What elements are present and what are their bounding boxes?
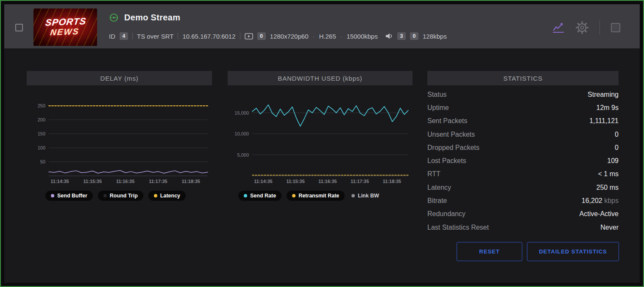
stat-value: 16,202 kbps <box>582 197 619 205</box>
stat-value: < 1 ms <box>598 170 619 178</box>
stat-row: RTT< 1 ms <box>427 168 619 181</box>
thumbnail-text-line2: NEWS <box>36 26 93 38</box>
svg-text:250: 250 <box>38 103 45 108</box>
gear-icon <box>576 21 588 34</box>
stream-address: 10.65.167.70:6012 <box>182 33 235 40</box>
stat-row: Uptime12m 9s <box>427 101 619 114</box>
stream-status-icon <box>109 13 119 23</box>
actions-divider <box>599 20 600 35</box>
svg-text:11:18:35: 11:18:35 <box>182 179 200 184</box>
stat-value: 109 <box>607 157 619 165</box>
stream-title: Demo Stream <box>124 13 180 23</box>
id-badge: 4 <box>120 32 128 40</box>
stat-value: 1,111,121 <box>589 117 619 125</box>
stat-row: Bitrate16,202 kbps <box>427 194 619 207</box>
stat-value: Never <box>600 224 619 231</box>
svg-text:11:15:35: 11:15:35 <box>84 179 102 184</box>
stream-title-row: Demo Stream <box>109 13 180 23</box>
legend-dot <box>244 194 247 197</box>
stream-header: SPORTS NEWS Demo Stream ID 4 TS over SRT… <box>4 4 640 48</box>
stat-label: Unsent Packets <box>427 131 475 138</box>
statistics-graph-icon <box>552 21 565 34</box>
stream-dashboard: SPORTS NEWS Demo Stream ID 4 TS over SRT… <box>0 0 644 287</box>
dot-separator: · <box>312 33 315 40</box>
svg-text:200: 200 <box>38 117 45 122</box>
dashboard-content: DELAY (ms) 5010015020025011:14:3511:15:3… <box>4 48 640 283</box>
svg-text:150: 150 <box>38 131 45 136</box>
legend-label: Retransmit Rate <box>298 193 339 199</box>
svg-text:11:17:35: 11:17:35 <box>351 179 369 184</box>
statistics-graph-button[interactable] <box>552 21 565 34</box>
id-label: ID <box>109 33 115 40</box>
stat-label: Sent Packets <box>427 117 467 125</box>
stat-row: Dropped Packets0 <box>427 141 619 154</box>
audio-badge-2: 0 <box>410 32 418 40</box>
stat-label: Latency <box>427 184 451 191</box>
stat-row: Last Statistics ResetNever <box>427 221 619 234</box>
detailed-statistics-button[interactable]: DETAILED STATISTICS <box>527 242 619 261</box>
bandwidth-legend: Send RateRetransmit RateLink BW <box>238 191 381 201</box>
stat-label: Bitrate <box>427 197 447 205</box>
delay-chart: 5010015020025011:14:3511:15:3511:16:3511… <box>27 86 212 188</box>
thumbnail-text-line1: SPORTS <box>38 16 94 28</box>
svg-text:11:16:35: 11:16:35 <box>116 179 134 184</box>
video-count-badge: 0 <box>257 32 266 40</box>
audio-speaker-icon <box>385 33 393 39</box>
stat-label: RTT <box>427 170 440 178</box>
legend-dot <box>292 194 296 197</box>
svg-text:100: 100 <box>38 145 45 150</box>
codec-label: H.265 <box>319 33 336 40</box>
audio-bitrate-label: 128kbps <box>423 33 447 40</box>
stat-row: RedundancyActive-Active <box>427 208 619 221</box>
svg-text:50: 50 <box>40 159 45 164</box>
legend-label: Send Rate <box>250 193 276 199</box>
stat-value: Streaming <box>588 91 619 98</box>
stat-value: 250 ms <box>597 184 619 191</box>
stat-row: Lost Packets109 <box>427 154 619 167</box>
svg-text:15,000: 15,000 <box>234 110 249 115</box>
legend-label: Send Buffer <box>57 193 87 199</box>
legend-send-buffer[interactable]: Send Buffer <box>45 191 93 201</box>
meta-divider <box>178 33 178 39</box>
stat-label: Lost Packets <box>427 157 466 165</box>
stat-row: Sent Packets1,111,121 <box>427 115 619 128</box>
stat-label: Dropped Packets <box>427 144 480 152</box>
collapse-square-button[interactable] <box>611 23 620 32</box>
legend-round-trip[interactable]: Round Trip <box>98 191 143 201</box>
legend-label: Link BW <box>358 193 379 199</box>
legend-label: Latency <box>160 193 180 199</box>
stat-value: Active-Active <box>580 210 619 218</box>
meta-divider <box>132 33 133 39</box>
reset-button[interactable]: RESET <box>457 242 522 261</box>
stat-value: 0 <box>615 144 619 152</box>
bandwidth-panel-title: BANDWIDTH USED (kbps) <box>228 71 413 85</box>
stat-label: Redundancy <box>427 210 466 218</box>
stream-select-checkbox[interactable] <box>15 24 23 31</box>
legend-dot <box>51 194 54 197</box>
resolution-label: 1280x720p60 <box>270 33 309 40</box>
legend-latency[interactable]: Latency <box>148 191 186 201</box>
legend-link-bw[interactable]: Link BW <box>350 191 381 201</box>
legend-dot <box>351 194 355 197</box>
svg-text:11:14:35: 11:14:35 <box>50 179 69 184</box>
protocol-label: TS over SRT <box>137 33 173 40</box>
legend-dot <box>154 194 157 197</box>
stat-row: Latency250 ms <box>427 181 619 194</box>
svg-text:10,000: 10,000 <box>234 131 249 136</box>
svg-text:5,000: 5,000 <box>237 152 249 158</box>
svg-text:11:14:35: 11:14:35 <box>254 179 272 184</box>
legend-send-rate[interactable]: Send Rate <box>238 191 282 201</box>
video-bitrate-label: 15000kbps <box>347 33 378 40</box>
stream-thumbnail: SPORTS NEWS <box>33 8 97 46</box>
thumbnail-banner: SPORTS NEWS <box>36 16 94 38</box>
stat-label: Last Statistics Reset <box>427 224 489 231</box>
svg-text:11:17:35: 11:17:35 <box>149 179 167 184</box>
stat-row: StatusStreaming <box>427 88 619 101</box>
svg-text:11:18:35: 11:18:35 <box>383 179 401 184</box>
svg-text:11:16:35: 11:16:35 <box>318 179 337 184</box>
stat-value: 12m 9s <box>597 104 619 112</box>
delay-legend: Send BufferRound TripLatency <box>45 191 186 201</box>
settings-gear-button[interactable] <box>576 21 588 34</box>
statistics-rows: StatusStreamingUptime12m 9sSent Packets1… <box>427 88 619 234</box>
legend-retransmit-rate[interactable]: Retransmit Rate <box>287 191 345 201</box>
